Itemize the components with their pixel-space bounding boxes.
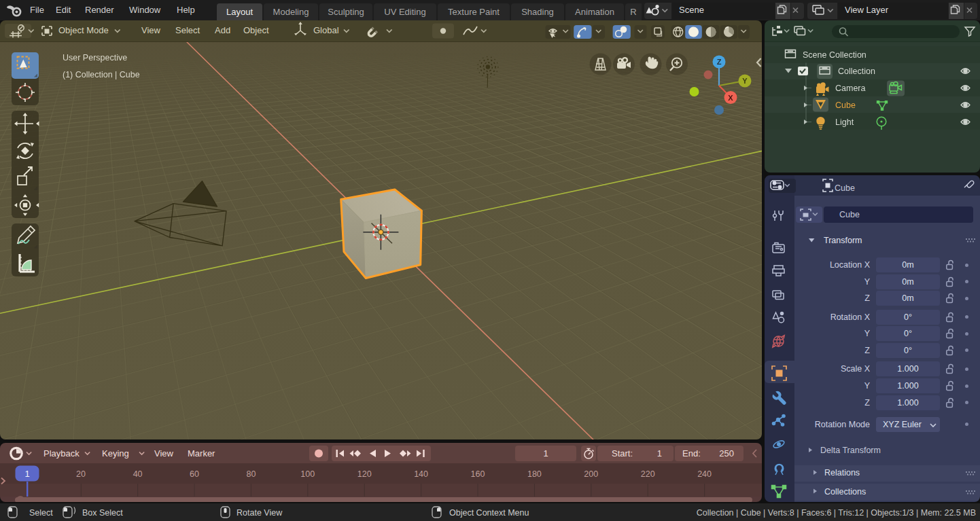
svg-text:View: View	[154, 448, 174, 459]
svg-text:250: 250	[719, 448, 734, 459]
svg-text:140: 140	[414, 469, 428, 479]
svg-text:20: 20	[76, 469, 86, 479]
svg-text:(1) Collection | Cube: (1) Collection | Cube	[63, 70, 140, 79]
svg-text:Select: Select	[29, 508, 53, 518]
svg-text:Z: Z	[717, 58, 722, 66]
svg-text:Start:: Start:	[612, 448, 633, 459]
svg-text:Playback: Playback	[43, 448, 80, 459]
svg-text:Collection | Cube | Verts:8 |: Collection | Cube | Verts:8 | Faces:6 | …	[697, 508, 976, 518]
svg-text:200: 200	[584, 469, 598, 479]
svg-text:Cube: Cube	[835, 101, 856, 110]
svg-text:220: 220	[641, 469, 655, 479]
svg-text:User Perspective: User Perspective	[63, 53, 127, 62]
svg-text:Y: Y	[742, 77, 748, 85]
svg-text:40: 40	[133, 469, 143, 479]
svg-text:180: 180	[527, 469, 542, 479]
svg-text:80: 80	[246, 469, 256, 479]
svg-text:Light: Light	[835, 118, 854, 127]
svg-text:1: 1	[543, 448, 548, 459]
svg-text:End:: End:	[682, 448, 701, 459]
svg-text:Camera: Camera	[835, 84, 866, 93]
svg-text:Collection: Collection	[838, 67, 875, 76]
svg-text:160: 160	[471, 469, 485, 479]
svg-text:60: 60	[190, 469, 199, 479]
svg-text:Box Select: Box Select	[82, 508, 123, 518]
svg-text:1: 1	[24, 469, 29, 479]
svg-text:240: 240	[697, 469, 712, 479]
svg-text:Object Context Menu: Object Context Menu	[449, 508, 529, 518]
svg-text:X: X	[728, 94, 733, 102]
svg-text:1: 1	[657, 448, 662, 459]
svg-text:Marker: Marker	[188, 448, 215, 459]
svg-text:Scene Collection: Scene Collection	[803, 50, 867, 60]
svg-text:120: 120	[357, 469, 372, 479]
svg-text:100: 100	[300, 469, 315, 479]
svg-text:Keying: Keying	[102, 448, 129, 459]
svg-text:Rotate View: Rotate View	[237, 508, 283, 518]
